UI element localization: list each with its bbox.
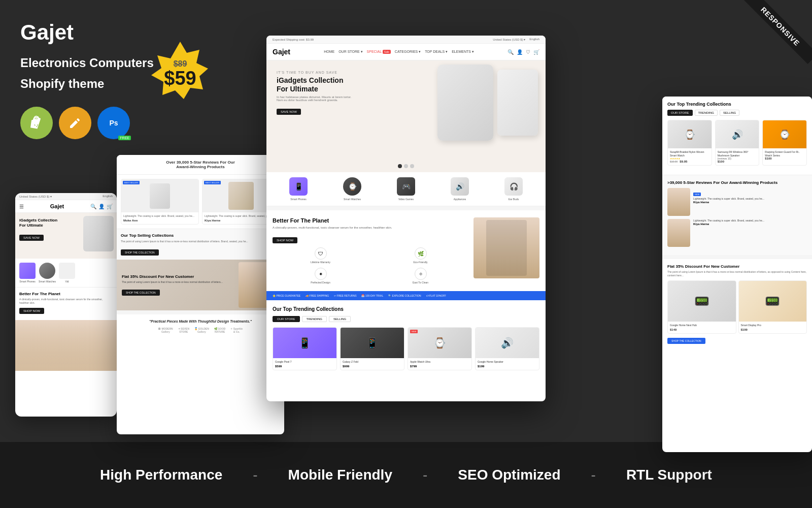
hero-dot-2[interactable] <box>404 164 408 168</box>
feature-rtl-support: RTL Support <box>626 467 712 483</box>
mob-hero-device <box>83 216 114 251</box>
nav-special[interactable]: SPECIAL Sale <box>367 50 391 54</box>
main-prod3-badge: NEW <box>410 330 418 333</box>
hero-tablet-2 <box>497 70 538 136</box>
lm-prod1-name: Lightweight. The coating is super slick.… <box>123 214 196 218</box>
nav-top-deals[interactable]: TOP DEALS ▾ <box>425 50 448 54</box>
mob-cart-icon[interactable]: 🛒 <box>107 204 113 209</box>
main-nav-links: HOME OUR STORE ▾ SPECIAL Sale CATEGORIES… <box>324 50 474 54</box>
main-tab-trending[interactable]: TRENDING <box>302 316 327 322</box>
feature-mobile-friendly: Mobile Friendly <box>288 467 392 483</box>
rt-product-1-prices: $19.99 $9.95 <box>670 160 709 163</box>
main-cart-icon[interactable]: 🛒 <box>533 49 539 55</box>
lm-prod1-badge: BEST SELLER <box>123 181 140 184</box>
main-hero-pre: IT'S TIME TO BUY AND SAVE <box>277 71 535 74</box>
main-cat-games[interactable]: 🎮 Video Games <box>380 177 432 201</box>
main-cat-appliances-label: Appliances <box>454 198 466 201</box>
main-feature-left: Better For The Planet A clinically-prove… <box>273 217 468 284</box>
lm-testimonial-section: "Practical Pieces Made With Thoughtful D… <box>117 310 284 338</box>
mob-cat-vid: Vid <box>59 263 75 283</box>
rt-person-2-img <box>667 219 690 247</box>
mob-nav: ☰ Gajet 🔍 👤 🛒 <box>15 200 117 213</box>
hero-dot-1[interactable] <box>398 164 402 168</box>
hero-dot-3[interactable] <box>410 164 414 168</box>
main-cat-appliances[interactable]: 🔊 Appliances <box>434 177 486 201</box>
lm-flat-shop-btn[interactable]: SHOP THE COLLECTION <box>122 290 160 296</box>
main-product-4-img: 🔊 <box>476 328 539 358</box>
main-save-btn[interactable]: SAVE NOW <box>277 109 301 115</box>
main-location-select[interactable]: United States (USD $) ▾ <box>493 38 525 41</box>
mob-search-icon[interactable]: 🔍 <box>90 204 96 209</box>
left-mid-screenshot: Over 39,000 5-Star Reviews For OurAward-… <box>117 155 284 434</box>
main-cat-watches[interactable]: ⌚ Smart Watches <box>326 177 378 201</box>
main-product-2-info: Galaxy Z Fold $999 <box>341 358 404 370</box>
rt-review-section: >39,000 5-Star Reviews For Our Award-Win… <box>662 175 812 255</box>
rt-tab-trending[interactable]: TRENDING <box>695 110 718 116</box>
main-icon-warranty: 🛡 Lifetime Warranty <box>273 247 368 264</box>
main-product-1: 📱 Google Pixel 7 $599 <box>273 327 337 370</box>
main-lang-select[interactable]: English <box>529 38 539 41</box>
lm-top-selling: Our Top Selling Collections The point of… <box>117 229 284 260</box>
rt-person-2-desc: Lightweight. The coating is super slick.… <box>693 219 764 223</box>
main-product-4-info: Google Home Speaker $199 <box>476 358 539 370</box>
rt-tab-our-store[interactable]: OUR STORE <box>667 110 693 116</box>
main-product-3-price: $799 <box>410 365 469 368</box>
hero-device-container <box>437 65 538 141</box>
lm-logos-row: 🏛 MODERNGallery ✦ SEVENSTORE 🏅 GOLDENGal… <box>122 327 279 333</box>
main-search-icon[interactable]: 🔍 <box>507 49 514 55</box>
feature-seo-optimized: SEO Optimized <box>458 467 560 483</box>
lm-prod2-badge: BEST SELLER <box>204 181 221 184</box>
nav-categories[interactable]: CATEGORIES ▾ <box>395 50 421 54</box>
main-user-icon[interactable]: 👤 <box>517 49 523 55</box>
rt-tabs: OUR STORE TRENDING SELLING <box>667 110 807 116</box>
rt-person-2-name: Kiya Herne <box>693 223 764 226</box>
lm-feature-text-overlay: Flat 35% Discount For New Customer The p… <box>117 269 228 301</box>
main-shop-btn[interactable]: SHOP NOW <box>273 237 297 243</box>
mob-shop-btn[interactable]: SHOP NOW <box>19 308 44 314</box>
lm-feature-image-section: Flat 35% Discount For New Customer The p… <box>117 260 284 310</box>
main-wishlist-icon[interactable]: ♡ <box>526 49 530 55</box>
main-trending-section: Our Top Trending Collections OUR STORE T… <box>266 300 546 376</box>
rt-product-lg-2: 📟 Smart Display Pro $199 <box>738 280 807 334</box>
nav-elements[interactable]: ELEMENTS ▾ <box>452 50 474 54</box>
main-product-3-info: Apple Watch Ultra $799 <box>408 358 471 370</box>
main-blue-bar: ⭐ PRICE GUARANTEE 🚚 FREE SHIPPING ↩ FREE… <box>266 291 546 300</box>
mob-hero: iGadgets CollectionFor Ultimate SAVE NOW <box>15 213 117 259</box>
nav-home[interactable]: HOME <box>324 50 334 54</box>
rt-shop-collection-btn[interactable]: SHOP THE COLLECTION <box>667 338 705 344</box>
main-icons-grid: 🛡 Lifetime Warranty 🌿 Eco-Friendly ✦ Per… <box>273 247 468 284</box>
main-nav-top: Expected Shipping cost: $3.99 United Sta… <box>266 36 546 44</box>
ribbon-text: RESPONSIVE <box>743 0 812 64</box>
main-blue-price: ⭐ PRICE GUARANTEE <box>273 294 300 297</box>
main-cat-earbuds[interactable]: 🎧 Ear Buds <box>488 177 539 201</box>
rt-product-2-img: 🔊 <box>716 120 759 148</box>
separator-1: - <box>253 467 257 483</box>
lm-product-1: BEST SELLER Lightweight. The coating is … <box>121 179 199 225</box>
main-trending-products: 📱 Google Pixel 7 $599 📱 Galaxy Z Fold <box>273 327 539 370</box>
rt-tab-selling[interactable]: SELLING <box>720 110 739 116</box>
mob-save-btn[interactable]: SAVE NOW <box>19 235 44 241</box>
main-product-4-name: Google Home Speaker <box>478 360 537 364</box>
main-tab-our-store[interactable]: OUR STORE <box>273 316 300 322</box>
rt-product-3-info: Razping Screen Guard For Ri.. Watch Seri… <box>763 148 806 162</box>
main-tab-selling[interactable]: SELLING <box>329 316 351 322</box>
main-prod4-icon: 🔊 <box>501 337 514 349</box>
rt-person-row-1: NEW Lightweight. The coating is super sl… <box>667 188 807 216</box>
nav-our-store[interactable]: OUR STORE ▾ <box>339 50 362 54</box>
rt-prod1-icon: ⌚ <box>684 129 695 140</box>
lm-shop-collection-btn[interactable]: SHOP THE COLLECTION <box>121 249 159 256</box>
main-product-2-price: $999 <box>343 365 402 368</box>
rt-flat-title: Flat 35% Discount For New Customer <box>667 264 807 269</box>
main-clean-icon: ✧ <box>415 268 427 280</box>
main-blue-explore: 🔍 EXPLORE COLLECTION <box>388 294 421 297</box>
mob-feature-title: Better For The Planet <box>19 292 113 296</box>
rt-product-3-img: ⌚ <box>763 120 806 148</box>
new-price: $59 <box>164 69 196 88</box>
rt-product-lg-1-info: Google Home Nest Hub $149 <box>668 322 736 333</box>
mob-hamburger-icon[interactable]: ☰ <box>19 204 24 209</box>
lm-flat-banner-text: The point of using Lorem Ipsum is that i… <box>122 280 223 284</box>
main-cat-phones[interactable]: 📱 Smart Phones <box>273 177 324 201</box>
mob-user-icon[interactable]: 👤 <box>98 204 105 209</box>
rt-person-1-badge: NEW <box>693 193 701 196</box>
responsive-ribbon: RESPONSIVE <box>731 0 812 81</box>
